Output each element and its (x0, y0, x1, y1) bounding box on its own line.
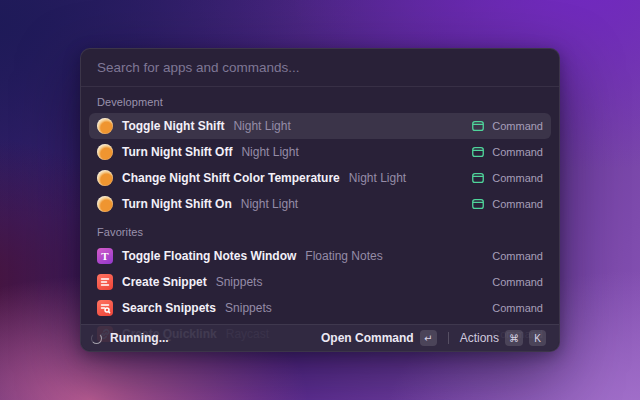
item-type-label: Command (492, 172, 543, 184)
item-type-label: Command (492, 120, 543, 132)
search-input[interactable] (97, 60, 543, 75)
footer-divider (448, 332, 449, 344)
actions-label: Actions (460, 331, 499, 345)
launcher-window: DevelopmentToggle Night ShiftNight Light… (80, 48, 560, 352)
item-accessories: Command (492, 276, 543, 288)
item-accessories: Command (471, 171, 543, 185)
night-light-icon (97, 196, 113, 212)
menu-bar-icon (471, 171, 485, 185)
item-title: Turn Night Shift On (122, 197, 232, 211)
desktop: { "window": { "search": { "placeholder":… (0, 0, 640, 400)
section-header: Favorites (89, 217, 551, 243)
item-subtitle: Snippets (216, 275, 263, 289)
section-header: Development (89, 87, 551, 113)
footer: Running... Open Command ↵ Actions ⌘ K (81, 324, 559, 351)
list-item[interactable]: Create SnippetSnippetsCommand (89, 269, 551, 295)
menu-bar-icon (471, 119, 485, 133)
actions-button[interactable]: Actions ⌘ K (457, 328, 549, 348)
night-light-icon (97, 144, 113, 160)
item-subtitle: Snippets (225, 301, 272, 315)
item-subtitle: Night Light (349, 171, 406, 185)
list-item[interactable]: Change Night Shift Color TemperatureNigh… (89, 165, 551, 191)
menu-bar-icon (471, 145, 485, 159)
list-item[interactable]: Turn Night Shift OffNight LightCommand (89, 139, 551, 165)
cmd-key-badge: ⌘ (505, 330, 523, 346)
menu-bar-icon (471, 197, 485, 211)
item-accessories: Command (492, 250, 543, 262)
item-title: Create Snippet (122, 275, 207, 289)
item-title: Change Night Shift Color Temperature (122, 171, 340, 185)
item-title: Toggle Floating Notes Window (122, 249, 296, 263)
snippet-icon (97, 274, 113, 290)
list-item[interactable]: Turn Night Shift OnNight LightCommand (89, 191, 551, 217)
item-type-label: Command (492, 276, 543, 288)
item-accessories: Command (471, 119, 543, 133)
item-title: Turn Night Shift Off (122, 145, 232, 159)
k-key-badge: K (529, 330, 546, 346)
list-item[interactable]: Search SnippetsSnippetsCommand (89, 295, 551, 321)
item-subtitle: Night Light (241, 197, 298, 211)
snippet-search-icon (97, 300, 113, 316)
enter-key-badge: ↵ (420, 330, 437, 346)
item-type-label: Command (492, 302, 543, 314)
open-command-button[interactable]: Open Command ↵ (318, 328, 440, 348)
night-light-icon (97, 118, 113, 134)
list-item[interactable]: TToggle Floating Notes WindowFloating No… (89, 243, 551, 269)
item-title: Toggle Night Shift (122, 119, 224, 133)
results-list: DevelopmentToggle Night ShiftNight Light… (81, 87, 559, 351)
item-type-label: Command (492, 146, 543, 158)
loading-spinner-icon (91, 333, 102, 344)
item-accessories: Command (492, 302, 543, 314)
item-subtitle: Night Light (241, 145, 298, 159)
item-subtitle: Night Light (233, 119, 290, 133)
item-subtitle: Floating Notes (305, 249, 382, 263)
item-accessories: Command (471, 197, 543, 211)
footer-actions: Open Command ↵ Actions ⌘ K (318, 328, 549, 348)
search-bar (81, 49, 559, 87)
status-text: Running... (110, 331, 169, 345)
list-item[interactable]: Toggle Night ShiftNight LightCommand (89, 113, 551, 139)
floating-notes-icon: T (97, 248, 113, 264)
night-light-icon (97, 170, 113, 186)
open-command-label: Open Command (321, 331, 414, 345)
item-title: Search Snippets (122, 301, 216, 315)
item-type-label: Command (492, 198, 543, 210)
item-accessories: Command (471, 145, 543, 159)
item-type-label: Command (492, 250, 543, 262)
